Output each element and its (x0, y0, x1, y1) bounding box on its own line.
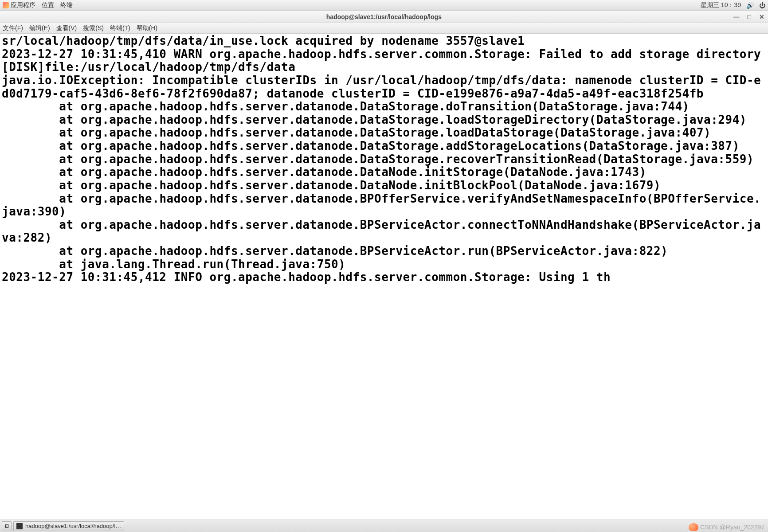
terminal-launcher[interactable]: 终端 (60, 1, 73, 9)
taskbar-terminal-task[interactable]: hadoop@slave1:/usr/local/hadoop/l… (13, 521, 124, 531)
window-controls: — □ ✕ (732, 13, 766, 20)
minimize-button[interactable]: — (732, 13, 741, 20)
show-desktop-button[interactable]: ⊞ (2, 521, 12, 531)
menu-help[interactable]: 帮助(H) (137, 24, 157, 32)
panel-right: 星期三 10：39 🔊 ⏻ (701, 1, 765, 9)
csdn-logo-icon (689, 523, 698, 531)
close-button[interactable]: ✕ (757, 13, 766, 20)
menu-search[interactable]: 搜索(S) (83, 24, 104, 32)
task-label: hadoop@slave1:/usr/local/hadoop/l… (25, 523, 121, 529)
system-top-panel: 应用程序 位置 终端 星期三 10：39 🔊 ⏻ (0, 0, 768, 11)
window-titlebar[interactable]: hadoop@slave1:/usr/local/hadoop/logs — □… (0, 11, 768, 23)
menu-view[interactable]: 查看(V) (56, 24, 77, 32)
power-icon[interactable]: ⏻ (759, 2, 765, 9)
desktop-icon: ⊞ (5, 523, 9, 529)
bottom-taskbar: ⊞ hadoop@slave1:/usr/local/hadoop/l… CSD… (0, 520, 768, 532)
places-menu[interactable]: 位置 (42, 1, 54, 9)
watermark-text: CSDN @Ryan_202297 (700, 524, 764, 531)
terminal-task-icon (16, 523, 23, 529)
apps-icon (3, 2, 9, 8)
applications-menu[interactable]: 应用程序 (3, 1, 35, 9)
window-title: hadoop@slave1:/usr/local/hadoop/logs (326, 13, 442, 20)
panel-left: 应用程序 位置 终端 (3, 1, 73, 9)
menu-terminal[interactable]: 终端(T) (110, 24, 130, 32)
maximize-button[interactable]: □ (746, 13, 753, 20)
menu-file[interactable]: 文件(F) (3, 24, 23, 32)
volume-icon[interactable]: 🔊 (746, 2, 754, 9)
terminal-output[interactable]: sr/local/hadoop/tmp/dfs/data/in_use.lock… (0, 34, 768, 520)
menu-edit[interactable]: 编辑(E) (29, 24, 50, 32)
datetime-label[interactable]: 星期三 10：39 (701, 1, 741, 9)
apps-label: 应用程序 (11, 1, 35, 8)
terminal-menubar: 文件(F) 编辑(E) 查看(V) 搜索(S) 终端(T) 帮助(H) (0, 23, 768, 34)
watermark: CSDN @Ryan_202297 (689, 523, 764, 531)
